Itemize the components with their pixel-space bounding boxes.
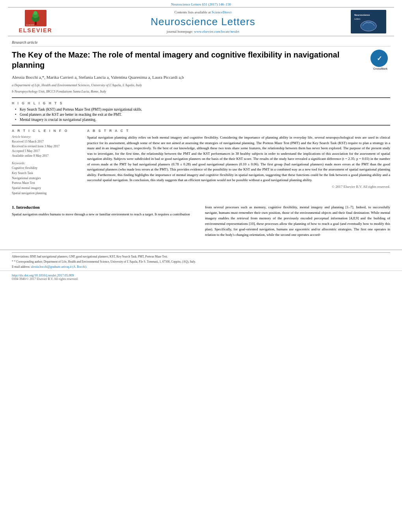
abstract-copyright: © 2017 Elsevier B.V. All rights reserved… bbox=[87, 185, 390, 189]
footnote-abbreviations: Abbreviations: BNP, bad navigational pla… bbox=[12, 254, 390, 259]
keyword-3: Navigational strategies bbox=[12, 176, 81, 181]
journal-ref: Neuroscience Letters 651 (2017) 146–150 bbox=[171, 2, 231, 6]
received-date: Received 13 March 2017 bbox=[12, 139, 81, 144]
available-online-date: Available online 8 May 2017 bbox=[12, 154, 81, 158]
keywords-list: Cognitive flexibility Key Search Task Na… bbox=[12, 166, 81, 196]
abstract-text: Spatial navigation planning ability reli… bbox=[87, 135, 390, 183]
svg-point-4 bbox=[34, 11, 37, 15]
intro-text-left: Spatial navigation enables humans to mov… bbox=[12, 212, 197, 217]
neuroscience-logo-icon: Neuroscience Letters bbox=[353, 11, 384, 33]
body-section: 1. Introduction Spatial navigation enabl… bbox=[12, 205, 390, 238]
article-info-label: A R T I C L E I N F O bbox=[12, 129, 81, 133]
abstract-label: A B S T R A C T bbox=[87, 129, 390, 133]
main-content: Research article The Key of the Maze: Th… bbox=[0, 36, 402, 242]
elsevier-tree-icon: ELSEVIER bbox=[25, 10, 47, 26]
journal-homepage: journal homepage: www.elsevier.com/locat… bbox=[55, 30, 351, 33]
footnote-area: Abbreviations: BNP, bad navigational pla… bbox=[0, 250, 402, 269]
highlight-item-2: Good planners at the KST are better in r… bbox=[15, 113, 390, 117]
divider-2 bbox=[12, 125, 390, 126]
intro-text-right: from several processes such as memory, c… bbox=[205, 205, 390, 238]
keywords-section: Keywords: Cognitive flexibility Key Sear… bbox=[12, 161, 81, 196]
affiliation-b: b Neuropsychology Unit, IRCCS Fondazione… bbox=[12, 89, 390, 94]
body-col-right: from several processes such as memory, c… bbox=[205, 205, 390, 238]
svg-rect-1 bbox=[35, 22, 37, 25]
article-history-label: Article history: bbox=[12, 135, 81, 139]
received-revised-date: Received in revised form 3 May 2017 bbox=[12, 144, 81, 149]
svg-text:Neuroscience: Neuroscience bbox=[354, 14, 370, 16]
svg-text:Letters: Letters bbox=[354, 18, 361, 20]
article-type: Research article bbox=[12, 40, 390, 46]
footnote-divider bbox=[12, 252, 390, 253]
svg-point-9 bbox=[361, 21, 376, 31]
authors-text: Alessia Bocchi a,*, Marika Carrieri a, S… bbox=[12, 75, 184, 80]
crossmark-label: CrossMark bbox=[370, 67, 390, 70]
footnote-email-address[interactable]: alessia.bocchi@graduate.univaq.it (A. Bo… bbox=[31, 265, 87, 269]
journal-logo-right: Neuroscience Letters bbox=[351, 10, 386, 33]
authors: Alessia Bocchi a,*, Marika Carrieri a, S… bbox=[12, 74, 390, 81]
doi-bar: http://dx.doi.org/10.1016/j.neulet.2017.… bbox=[0, 271, 402, 283]
keyword-5: Spatial mental imagery bbox=[12, 186, 81, 191]
journal-homepage-link[interactable]: www.elsevier.com/locate/neulet bbox=[194, 30, 239, 33]
intro-heading: 1. Introduction bbox=[12, 205, 197, 209]
highlights-label: H I G H L I G H T S bbox=[12, 101, 390, 105]
footnote-email: E-mail address: alessia.bocchi@graduate.… bbox=[12, 265, 390, 269]
journal-header: ELSEVIER ELSEVIER Contents lists availab… bbox=[8, 7, 394, 36]
article-history-section: Article history: Received 13 March 2017 … bbox=[12, 135, 81, 158]
keyword-2: Key Search Task bbox=[12, 171, 81, 176]
affiliation-a: a Department of Life, Health and Environ… bbox=[12, 83, 390, 88]
svg-text:✓: ✓ bbox=[377, 55, 382, 62]
crossmark-icon: ✓ bbox=[370, 50, 388, 67]
highlight-item-1: Key Search Task (KST) and Porteus Maze T… bbox=[15, 108, 390, 111]
divider-1 bbox=[12, 97, 390, 98]
sciencedirect-link[interactable]: ScienceDirect bbox=[212, 10, 231, 14]
keywords-label: Keywords: bbox=[12, 161, 81, 165]
abstract-col: A B S T R A C T Spatial navigation plann… bbox=[87, 129, 390, 199]
body-col-left: 1. Introduction Spatial navigation enabl… bbox=[12, 205, 197, 238]
keyword-4: Porteus Maze Test bbox=[12, 181, 81, 186]
doi-link[interactable]: http://dx.doi.org/10.1016/j.neulet.2017.… bbox=[12, 273, 390, 277]
journal-ref-bar: Neuroscience Letters 651 (2017) 146–150 bbox=[0, 0, 402, 7]
crossmark: ✓ CrossMark bbox=[370, 50, 390, 69]
svg-text:ELSEVIER: ELSEVIER bbox=[26, 24, 34, 26]
footnote-corresponding: * * Corresponding author; Department of … bbox=[12, 260, 390, 264]
article-title-text: The Key of the Maze: The role of mental … bbox=[12, 50, 339, 69]
highlight-item-3: Mental imagery is crucial in navigationa… bbox=[15, 118, 390, 122]
article-info-col: A R T I C L E I N F O Article history: R… bbox=[12, 129, 81, 199]
issn-text: 0304-3940/© 2017 Elsevier B.V. All right… bbox=[12, 277, 390, 281]
keyword-6: Spatial navigation planning bbox=[12, 191, 81, 196]
elsevier-brand-text: ELSEVIER bbox=[19, 27, 52, 33]
elsevier-logo: ELSEVIER ELSEVIER bbox=[16, 10, 55, 33]
journal-center: Contents lists available at ScienceDirec… bbox=[55, 10, 351, 33]
accepted-date: Accepted 5 May 2017 bbox=[12, 149, 81, 154]
article-title-container: The Key of the Maze: The role of mental … bbox=[12, 50, 390, 70]
article-info-abstract: A R T I C L E I N F O Article history: R… bbox=[12, 129, 390, 199]
highlights-list: Key Search Task (KST) and Porteus Maze T… bbox=[12, 108, 390, 122]
footnote-email-label: E-mail address: bbox=[12, 265, 30, 269]
sciencedirect-label: Contents lists available at ScienceDirec… bbox=[55, 10, 351, 14]
page: Neuroscience Letters 651 (2017) 146–150 … bbox=[0, 0, 402, 532]
keyword-1: Cognitive flexibility bbox=[12, 166, 81, 171]
journal-title-header: Neuroscience Letters bbox=[55, 16, 351, 28]
